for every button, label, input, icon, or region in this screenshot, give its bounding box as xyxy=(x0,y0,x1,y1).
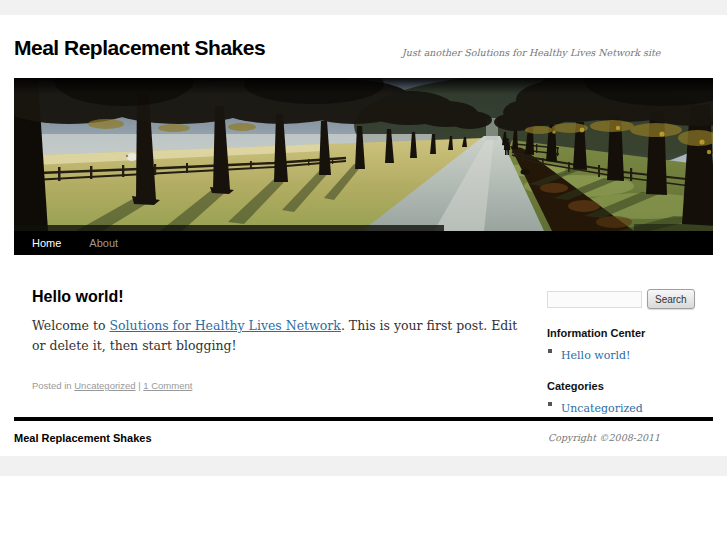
widget-title-information-center: Information Center xyxy=(547,327,713,339)
page-bottom-strip xyxy=(0,456,727,476)
footer-divider xyxy=(14,417,713,421)
post-body: Welcome to Solutions for Healthy Lives N… xyxy=(32,316,534,355)
header-photo-illustration xyxy=(14,78,713,231)
recent-post-link[interactable]: Hello world! xyxy=(561,349,631,362)
category-link[interactable]: Uncategorized xyxy=(561,402,643,415)
post-title: Hello world! xyxy=(32,287,534,306)
list-item: Uncategorized xyxy=(547,398,713,416)
categories-list: Uncategorized xyxy=(547,398,713,416)
post-body-prefix: Welcome to xyxy=(32,318,110,333)
page-top-strip xyxy=(0,0,727,15)
nav-item-home[interactable]: Home xyxy=(14,231,75,255)
main-nav: Home About xyxy=(14,231,713,255)
site-title-link[interactable]: Meal Replacement Shakes xyxy=(14,36,265,59)
nav-item-about[interactable]: About xyxy=(75,231,132,255)
information-center-list: Hello world! xyxy=(547,345,713,363)
post-meta-category-link[interactable]: Uncategorized xyxy=(74,380,135,391)
sidebar: Search Information Center Hello world! C… xyxy=(547,289,713,420)
list-item: Hello world! xyxy=(547,345,713,363)
post-body-link[interactable]: Solutions for Healthy Lives Network xyxy=(110,318,341,333)
search-widget: Search xyxy=(547,289,713,310)
site-tagline: Just another Solutions for Healthy Lives… xyxy=(402,47,660,58)
search-input[interactable] xyxy=(547,291,642,308)
widget-title-categories: Categories xyxy=(547,380,713,392)
search-button[interactable]: Search xyxy=(647,289,695,309)
post-meta: Posted in Uncategorized | 1 Comment xyxy=(32,380,534,391)
main-content: Hello world! Welcome to Solutions for He… xyxy=(32,282,534,391)
footer-copyright: Copyright ©2008-2011 xyxy=(548,432,643,443)
footer-site-link[interactable]: Meal Replacement Shakes xyxy=(14,432,152,444)
header-image-avenue-of-trees xyxy=(14,78,713,231)
post-meta-comments-link[interactable]: 1 Comment xyxy=(143,380,192,391)
post-meta-prefix: Posted in xyxy=(32,380,74,391)
